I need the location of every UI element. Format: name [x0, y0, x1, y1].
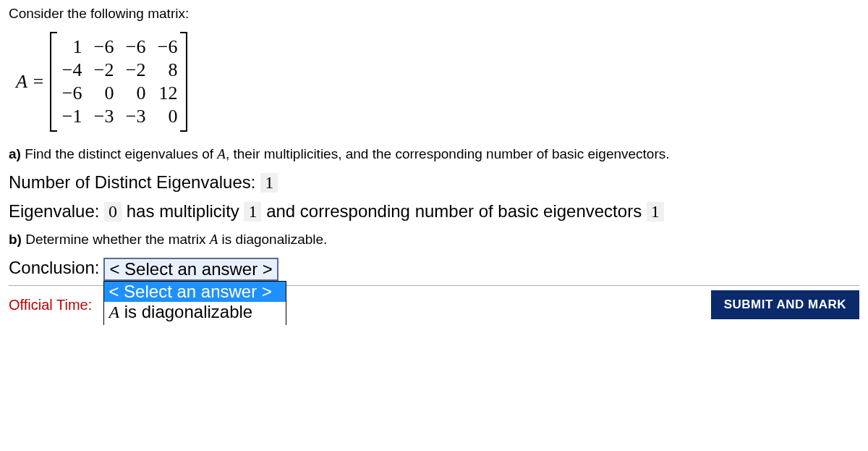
part-a-text1: Find the distinct eigenvalues of: [21, 146, 217, 161]
matrix-cell: −3: [92, 106, 114, 127]
conclusion-row: Conclusion: < Select an answer > < Selec…: [9, 258, 859, 281]
matrix-cell: −2: [124, 59, 145, 81]
matrix-body: 1 −6 −6 −6 −4 −2 −2 8 −6 0 0 12 −1 −3 −3…: [50, 32, 187, 132]
part-b-var: A: [210, 232, 218, 247]
matrix-cell: 0: [92, 83, 114, 104]
matrix-cell: 1: [60, 36, 82, 58]
matrix-cell: −6: [92, 36, 114, 58]
matrix-cell: 0: [156, 106, 177, 127]
conclusion-option[interactable]: < Select an answer >: [104, 282, 286, 302]
multiplicity-input[interactable]: 1: [244, 202, 261, 222]
submit-button[interactable]: SUBMIT AND MARK: [711, 290, 859, 319]
matrix-cell: −1: [60, 106, 82, 127]
intro-text: Consider the following matrix:: [9, 6, 859, 22]
part-b-prompt: b) Determine whether the matrix A is dia…: [9, 232, 859, 248]
num-distinct-label: Number of Distinct Eigenvalues:: [9, 172, 260, 192]
eigenvalue-row: Eigenvalue: 0 has multiplicity 1 and cor…: [9, 201, 859, 222]
part-b-text1: Determine whether the matrix: [22, 232, 210, 247]
matrix-cell: −6: [156, 36, 177, 58]
basic-input[interactable]: 1: [647, 202, 664, 222]
bracket-right-icon: [180, 32, 187, 132]
matrix-cell: 0: [124, 83, 145, 104]
multiplicity-label: has multiplicity: [122, 201, 244, 221]
num-distinct-input[interactable]: 1: [260, 173, 278, 193]
conclusion-label: Conclusion:: [9, 258, 99, 278]
eigenvalue-input[interactable]: 0: [104, 202, 122, 222]
part-a-label: a): [9, 146, 21, 161]
matrix-definition: A = 1 −6 −6 −6 −4 −2 −2 8 −6 0 0 12 −1 −…: [16, 32, 859, 132]
num-distinct-row: Number of Distinct Eigenvalues: 1: [9, 172, 859, 193]
matrix-cell: −4: [60, 59, 82, 81]
matrix-cell: −3: [124, 106, 145, 127]
part-a-var: A: [217, 146, 226, 161]
basic-label: and corresponding number of basic eigenv…: [261, 201, 646, 221]
conclusion-option[interactable]: A is diagonalizable: [104, 302, 286, 322]
part-a-text2: , their multiplicities, and the correspo…: [226, 146, 670, 161]
bracket-left-icon: [50, 32, 57, 132]
part-a-prompt: a) Find the distinct eigenvalues of A, t…: [9, 146, 859, 162]
conclusion-options: < Select an answer > A is diagonalizable…: [103, 281, 286, 325]
matrix-grid: 1 −6 −6 −6 −4 −2 −2 8 −6 0 0 12 −1 −3 −3…: [57, 32, 180, 132]
matrix-cell: −6: [60, 83, 82, 104]
conclusion-selected[interactable]: < Select an answer >: [103, 258, 278, 281]
conclusion-option[interactable]: A is not diagonalizable: [104, 322, 286, 325]
part-b-text2: is diagonalizable.: [218, 232, 327, 247]
conclusion-dropdown[interactable]: < Select an answer > < Select an answer …: [103, 258, 278, 281]
matrix-cell: −6: [124, 36, 145, 58]
eigenvalue-label: Eigenvalue:: [9, 201, 104, 221]
matrix-cell: −2: [92, 59, 114, 81]
part-b-label: b): [9, 232, 22, 247]
matrix-cell: 8: [156, 59, 177, 81]
official-time-label: Official Time:: [9, 297, 92, 313]
matrix-label: A =: [16, 71, 44, 93]
matrix-cell: 12: [156, 83, 177, 104]
